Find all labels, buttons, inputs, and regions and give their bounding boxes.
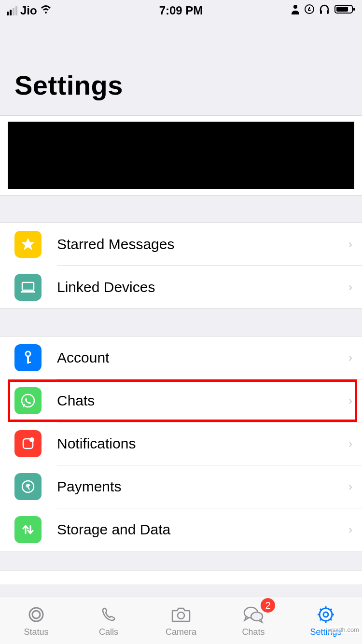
chevron-right-icon: › bbox=[348, 437, 352, 450]
gear-icon bbox=[316, 604, 335, 625]
row-label: Account bbox=[57, 350, 348, 366]
chevron-right-icon: › bbox=[348, 280, 352, 294]
laptop-icon bbox=[14, 274, 42, 301]
svg-point-14 bbox=[29, 437, 34, 442]
tab-camera[interactable]: Camera bbox=[145, 597, 217, 644]
tab-label: Status bbox=[24, 627, 48, 637]
row-label: Chats bbox=[57, 392, 348, 409]
svg-line-28 bbox=[320, 609, 321, 610]
notification-icon bbox=[14, 430, 42, 457]
battery-icon bbox=[334, 4, 355, 17]
chevron-right-icon: › bbox=[348, 523, 352, 536]
tab-chats[interactable]: 2 Chats bbox=[217, 597, 290, 644]
phone-icon bbox=[99, 604, 118, 625]
section-main-settings: Account › Chats › Notifications › ₹ Paym… bbox=[0, 336, 362, 551]
row-linked-devices[interactable]: Linked Devices › bbox=[0, 266, 362, 308]
tab-label: Chats bbox=[242, 627, 265, 637]
rotation-lock-icon bbox=[304, 4, 315, 17]
row-label: Notifications bbox=[57, 435, 348, 452]
signal-icon bbox=[7, 6, 17, 15]
svg-point-18 bbox=[32, 611, 40, 618]
row-payments[interactable]: ₹ Payments › bbox=[0, 465, 362, 508]
headphones-icon bbox=[319, 4, 330, 17]
row-label: Storage and Data bbox=[57, 521, 348, 538]
person-icon bbox=[291, 4, 300, 17]
key-icon bbox=[14, 344, 42, 371]
row-account[interactable]: Account › bbox=[0, 336, 362, 379]
row-label: Linked Devices bbox=[57, 279, 348, 295]
row-label: Payments bbox=[57, 478, 348, 495]
svg-rect-3 bbox=[327, 10, 329, 14]
chevron-right-icon: › bbox=[348, 394, 352, 407]
svg-rect-6 bbox=[353, 8, 355, 11]
row-starred-messages[interactable]: Starred Messages › bbox=[0, 223, 362, 266]
svg-point-9 bbox=[26, 351, 30, 356]
svg-point-0 bbox=[293, 5, 297, 9]
status-icon bbox=[27, 604, 46, 625]
tab-bar: Status Calls Camera 2 Chats Settings bbox=[0, 597, 362, 644]
row-storage-data[interactable]: Storage and Data › bbox=[0, 508, 362, 551]
tab-label: Calls bbox=[99, 627, 118, 637]
svg-line-30 bbox=[330, 609, 332, 610]
chevron-right-icon: › bbox=[348, 480, 352, 493]
carrier-name: Jio bbox=[20, 4, 37, 17]
svg-rect-11 bbox=[27, 362, 31, 363]
profile-row[interactable] bbox=[0, 115, 362, 196]
svg-rect-2 bbox=[320, 10, 322, 14]
chevron-right-icon: › bbox=[348, 238, 352, 251]
camera-icon bbox=[170, 604, 192, 625]
whatsapp-icon bbox=[14, 387, 42, 414]
arrows-icon bbox=[14, 516, 42, 543]
section-partial bbox=[0, 571, 362, 585]
status-bar: Jio 7:09 PM bbox=[0, 0, 362, 21]
tab-calls[interactable]: Calls bbox=[72, 597, 145, 644]
svg-rect-7 bbox=[22, 282, 34, 290]
svg-text:₹: ₹ bbox=[26, 483, 30, 491]
profile-redacted bbox=[8, 122, 354, 189]
tab-settings[interactable]: Settings bbox=[290, 597, 362, 644]
status-left: Jio bbox=[7, 4, 52, 17]
svg-point-17 bbox=[29, 608, 43, 621]
chats-badge: 2 bbox=[261, 598, 275, 613]
svg-point-23 bbox=[323, 612, 328, 617]
chevron-right-icon: › bbox=[348, 351, 352, 364]
svg-rect-5 bbox=[336, 7, 348, 12]
section-starred-linked: Starred Messages › Linked Devices › bbox=[0, 223, 362, 309]
wifi-icon bbox=[40, 4, 52, 17]
watermark: wsxdh.com bbox=[327, 626, 360, 633]
svg-line-31 bbox=[320, 619, 321, 620]
row-notifications[interactable]: Notifications › bbox=[0, 422, 362, 465]
svg-rect-8 bbox=[21, 291, 35, 293]
rupee-icon: ₹ bbox=[14, 473, 42, 500]
page-title: Settings bbox=[0, 21, 362, 115]
tab-status[interactable]: Status bbox=[0, 597, 72, 644]
svg-point-19 bbox=[178, 612, 184, 619]
status-right bbox=[291, 4, 355, 17]
star-icon bbox=[14, 231, 42, 258]
status-time: 7:09 PM bbox=[159, 4, 203, 17]
tab-label: Camera bbox=[166, 627, 196, 637]
svg-line-29 bbox=[330, 619, 332, 620]
row-label: Starred Messages bbox=[57, 236, 348, 252]
row-chats[interactable]: Chats › bbox=[0, 379, 362, 422]
